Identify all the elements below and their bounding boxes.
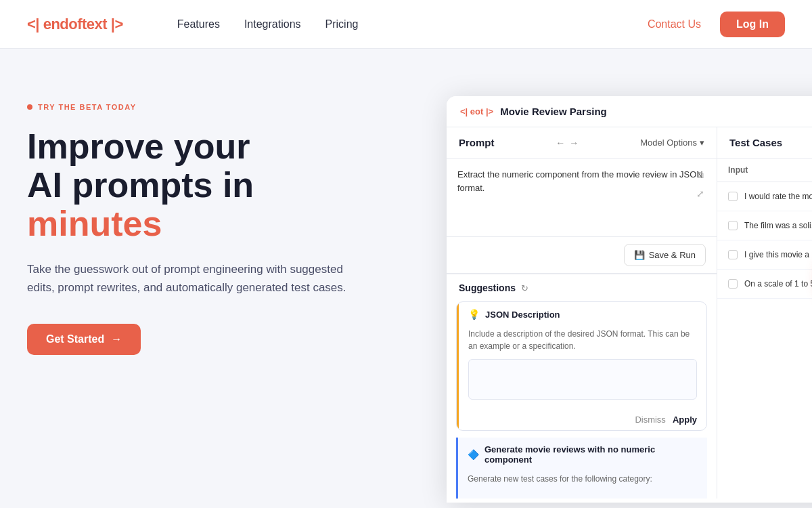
suggestion-card-1: 💡 JSON Description Include a description…	[456, 301, 707, 431]
logo-main: endoftext	[43, 16, 108, 33]
row-4-checkbox[interactable]	[728, 279, 738, 289]
logo-text: <| endoftext |>	[27, 16, 123, 33]
prompt-section-label: Prompt	[459, 137, 495, 148]
app-window: <| eot |> Movie Review Parsing Prompt ← …	[447, 96, 812, 503]
cta-arrow-icon: →	[111, 333, 122, 345]
save-run-button[interactable]: 💾 Save & Run	[624, 244, 706, 266]
test-cases-label: Test Cases	[729, 137, 782, 148]
prompt-section-header: Prompt ← → Model Options ▾	[447, 127, 717, 158]
chevron-down-icon: ▾	[700, 137, 704, 148]
suggestion-1-desc: Include a description of the desired JSO…	[468, 328, 697, 352]
row-1-checkbox[interactable]	[728, 192, 738, 201]
suggestion-2-title: Generate movie reviews with no numeric c…	[484, 444, 698, 465]
prompt-text: Extract the numeric component from the m…	[457, 168, 706, 194]
nav-links: Features Integrations Pricing	[177, 18, 359, 30]
beta-dot	[27, 104, 32, 110]
row-2-checkbox[interactable]	[728, 221, 738, 230]
table-row: I would rate the mo...	[717, 182, 812, 211]
app-logo: <| eot |>	[460, 106, 493, 117]
model-options-dropdown[interactable]: Model Options ▾	[640, 137, 704, 148]
hero-section: TRY THE BETA TODAY Improve your AI promp…	[0, 49, 812, 508]
app-body: Prompt ← → Model Options ▾ Extract the n…	[447, 127, 812, 499]
row-4-text: On a scale of 1 to 5...	[744, 278, 812, 290]
logo-bracket-right: |>	[111, 16, 123, 33]
test-cases-header: Test Cases ♡	[717, 127, 812, 158]
suggestion-1-input[interactable]	[468, 359, 697, 400]
get-started-button[interactable]: Get Started →	[27, 324, 141, 355]
beta-badge-text: TRY THE BETA TODAY	[38, 103, 137, 111]
suggestion-1-actions: Dismiss Apply	[457, 409, 706, 430]
expand-icon-button[interactable]: ⤢	[694, 187, 707, 200]
save-run-row: 💾 Save & Run	[447, 236, 717, 273]
suggestion-card-2: 🔷 Generate movie reviews with no numeric…	[456, 438, 707, 499]
test-cases-panel: Test Cases ♡ Input I would rate the mo..…	[717, 127, 812, 499]
suggestion-2-desc: Generate new test cases for the followin…	[468, 473, 698, 485]
suggestion-card-2-header: 🔷 Generate movie reviews with no numeric…	[456, 438, 707, 469]
row-3-checkbox[interactable]	[728, 250, 738, 259]
navbar: <| endoftext |> Features Integrations Pr…	[0, 0, 812, 49]
suggestion-card-1-header: 💡 JSON Description	[457, 302, 706, 324]
copy-icon-button[interactable]: ⧉	[694, 168, 707, 182]
table-row: I give this movie a 5...	[717, 240, 812, 270]
apply-button[interactable]: Apply	[673, 415, 697, 425]
nav-actions: Contact Us Log In	[648, 12, 785, 37]
model-options-label: Model Options	[640, 137, 697, 148]
nav-link-pricing[interactable]: Pricing	[325, 18, 359, 30]
nav-arrows: ← →	[556, 137, 579, 148]
beta-badge: TRY THE BETA TODAY	[27, 103, 406, 111]
suggestions-section: Suggestions ↻ 💡 JSON Description Include…	[447, 273, 717, 499]
dismiss-button[interactable]: Dismiss	[635, 415, 666, 425]
row-3-text: I give this movie a 5...	[744, 249, 812, 261]
prompt-area: Extract the numeric component from the m…	[447, 158, 717, 236]
test-cases-col-header: Input	[717, 158, 812, 182]
suggestions-header: Suggestions ↻	[447, 274, 717, 301]
hero-title: Improve your AI prompts in minutes	[27, 127, 406, 244]
app-header: <| eot |> Movie Review Parsing	[447, 96, 812, 127]
refresh-icon[interactable]: ↻	[521, 283, 528, 293]
login-button[interactable]: Log In	[720, 12, 785, 37]
next-arrow-button[interactable]: →	[569, 137, 579, 148]
prev-arrow-button[interactable]: ←	[556, 137, 565, 148]
contact-link[interactable]: Contact Us	[648, 18, 701, 30]
suggestions-label: Suggestions	[459, 282, 516, 293]
app-title: Movie Review Parsing	[500, 106, 607, 117]
hero-left: TRY THE BETA TODAY Improve your AI promp…	[27, 96, 406, 508]
suggestion-1-icon: 💡	[468, 309, 480, 320]
nav-link-features[interactable]: Features	[177, 18, 220, 30]
logo-bracket-left: <|	[27, 16, 39, 33]
prompt-icons: ⧉ ⤢	[694, 168, 707, 200]
suggestion-card-2-body: Generate new test cases for the followin…	[456, 469, 707, 499]
table-row: The film was a soli...	[717, 211, 812, 240]
hero-subtitle: Take the guesswork out of prompt enginee…	[27, 260, 352, 297]
app-main-panel: Prompt ← → Model Options ▾ Extract the n…	[447, 127, 717, 499]
input-col-label: Input	[728, 165, 748, 175]
logo: <| endoftext |>	[27, 16, 123, 33]
suggestion-card-1-body: Include a description of the desired JSO…	[457, 324, 706, 409]
save-run-label: Save & Run	[649, 250, 696, 260]
save-icon: 💾	[634, 250, 645, 260]
hero-title-accent: minutes	[27, 204, 162, 243]
hero-right: <| eot |> Movie Review Parsing Prompt ← …	[447, 96, 812, 508]
row-2-text: The film was a soli...	[744, 219, 812, 232]
suggestion-1-title: JSON Description	[485, 310, 560, 320]
hero-title-line2: AI prompts in	[27, 165, 254, 205]
table-row: On a scale of 1 to 5...	[717, 270, 812, 299]
cta-label: Get Started	[46, 333, 104, 345]
nav-link-integrations[interactable]: Integrations	[244, 18, 301, 30]
suggestion-2-icon: 🔷	[468, 449, 479, 460]
hero-title-line1: Improve your	[27, 127, 250, 166]
row-1-text: I would rate the mo...	[744, 190, 812, 203]
